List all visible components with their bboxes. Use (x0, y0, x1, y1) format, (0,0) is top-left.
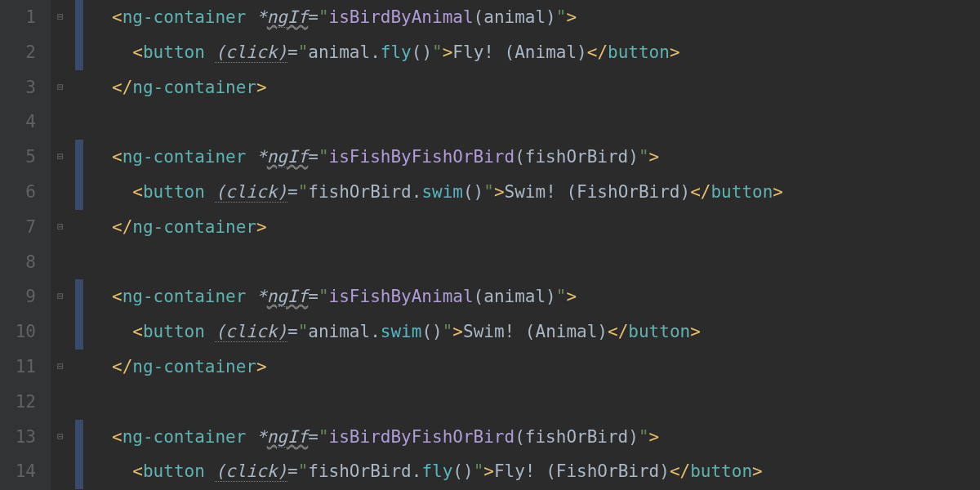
indent-guide-column (75, 0, 112, 490)
code-token: Swim! (FishOrBird) (505, 182, 691, 202)
code-line[interactable]: <button (click)="animal.fly()">Fly! (Ani… (112, 35, 980, 70)
fold-column[interactable]: ⊟⊟⊟⊟⊟⊟⊟ (51, 0, 75, 490)
code-token: " (556, 287, 567, 306)
code-line[interactable]: <ng-container *ngIf="isFishByAnimal(anim… (112, 279, 980, 314)
code-token: ngIf (267, 287, 309, 307)
code-token: > (649, 147, 660, 167)
fold-open-icon[interactable]: ⊟ (57, 432, 67, 442)
code-token: " (298, 322, 309, 341)
line-number: 11 (0, 350, 36, 385)
code-line[interactable]: </ng-container> (112, 70, 980, 105)
fold-close-icon[interactable]: ⊟ (57, 82, 67, 92)
code-token: " (639, 427, 649, 447)
code-token: button (608, 42, 670, 62)
code-token: = (308, 147, 318, 167)
line-number: 8 (0, 245, 36, 280)
code-token: ng-container (132, 217, 256, 237)
code-token: Fly! (FishOrBird) (494, 461, 670, 481)
code-token: ngIf (267, 147, 309, 167)
code-token: " (318, 427, 329, 447)
code-token: > (670, 42, 680, 62)
code-line[interactable]: <ng-container *ngIf="isBirdByFishOrBird(… (112, 420, 980, 455)
code-line[interactable] (112, 385, 980, 420)
code-token: = (287, 322, 298, 341)
code-token: ng-container (122, 287, 256, 306)
code-token: </ (587, 42, 608, 62)
code-token: isBirdByFishOrBird (329, 427, 515, 447)
fold-close-icon[interactable]: ⊟ (57, 222, 67, 232)
code-token: fly (381, 42, 412, 62)
fold-open-icon[interactable]: ⊟ (57, 152, 67, 162)
code-token: (click) (215, 42, 287, 63)
code-token: > (443, 42, 453, 62)
code-token: " (432, 42, 443, 62)
fold-close-icon[interactable]: ⊟ (57, 362, 67, 372)
code-token: " (298, 461, 309, 481)
code-token: </ (112, 78, 132, 97)
code-token: < (132, 461, 143, 481)
code-line[interactable]: <button (click)="animal.swim()">Swim! (A… (112, 314, 980, 350)
code-token: ( (514, 427, 525, 447)
code-token: animal (308, 322, 370, 341)
code-token: </ (608, 322, 628, 341)
code-token: fishOrBird (525, 427, 628, 447)
code-token: " (474, 461, 484, 481)
code-token: fly (421, 461, 452, 481)
code-token: > (494, 182, 505, 202)
code-token: ng-container (132, 78, 256, 97)
code-line[interactable] (112, 245, 980, 280)
line-number: 10 (0, 314, 36, 350)
code-token: " (639, 147, 649, 167)
code-line[interactable]: <ng-container *ngIf="isBirdByAnimal(anim… (112, 0, 980, 35)
code-line[interactable]: <button (click)="fishOrBird.fly()">Fly! … (112, 454, 980, 489)
code-token: = (308, 427, 318, 447)
code-token: " (443, 322, 453, 341)
code-token: > (649, 427, 660, 447)
code-line[interactable] (112, 105, 980, 140)
code-token: fishOrBird (308, 182, 411, 202)
code-token: < (112, 7, 122, 27)
code-token: > (566, 287, 577, 306)
code-token: " (298, 42, 309, 62)
code-token (112, 461, 132, 481)
fold-open-icon[interactable]: ⊟ (57, 12, 67, 22)
code-token: button (143, 322, 216, 341)
code-token: button (143, 182, 216, 202)
code-line[interactable]: </ng-container> (112, 210, 980, 245)
code-token: = (287, 461, 298, 481)
code-line[interactable]: <button (click)="fishOrBird.swim()">Swim… (112, 175, 980, 210)
code-token: ngIf (267, 7, 309, 28)
line-number: 13 (0, 420, 36, 455)
code-token: " (483, 182, 494, 202)
code-token: animal (308, 42, 370, 62)
code-token (112, 322, 132, 341)
code-token: ng-container (122, 147, 256, 167)
code-line[interactable]: </ng-container> (112, 350, 980, 385)
code-token: > (256, 78, 267, 97)
code-line[interactable]: <ng-container *ngIf="isFishByFishOrBird(… (112, 140, 980, 175)
code-token: button (690, 461, 752, 481)
code-token (112, 182, 132, 202)
code-token: (click) (215, 322, 287, 342)
code-token: ng-container (122, 427, 256, 447)
line-number: 3 (0, 70, 36, 105)
code-editor[interactable]: 1234567891011121314 ⊟⊟⊟⊟⊟⊟⊟ <ng-containe… (0, 0, 980, 490)
code-token: () (412, 42, 432, 62)
code-token: ng-container (132, 357, 256, 376)
code-token: () (452, 461, 473, 481)
line-number: 12 (0, 385, 36, 420)
code-token: = (308, 7, 318, 27)
code-area[interactable]: <ng-container *ngIf="isBirdByAnimal(anim… (112, 0, 980, 490)
code-token: button (143, 42, 216, 62)
code-token: < (112, 287, 122, 306)
line-number: 5 (0, 140, 36, 175)
fold-open-icon[interactable]: ⊟ (57, 292, 67, 301)
line-number-gutter: 1234567891011121314 (0, 0, 51, 490)
code-token: </ (670, 461, 690, 481)
indent-guide-bar (75, 140, 83, 210)
code-token: = (287, 182, 298, 202)
code-token: . (412, 182, 422, 202)
code-token: Swim! (Animal) (463, 322, 608, 341)
code-token: </ (112, 217, 132, 237)
line-number: 7 (0, 210, 36, 245)
